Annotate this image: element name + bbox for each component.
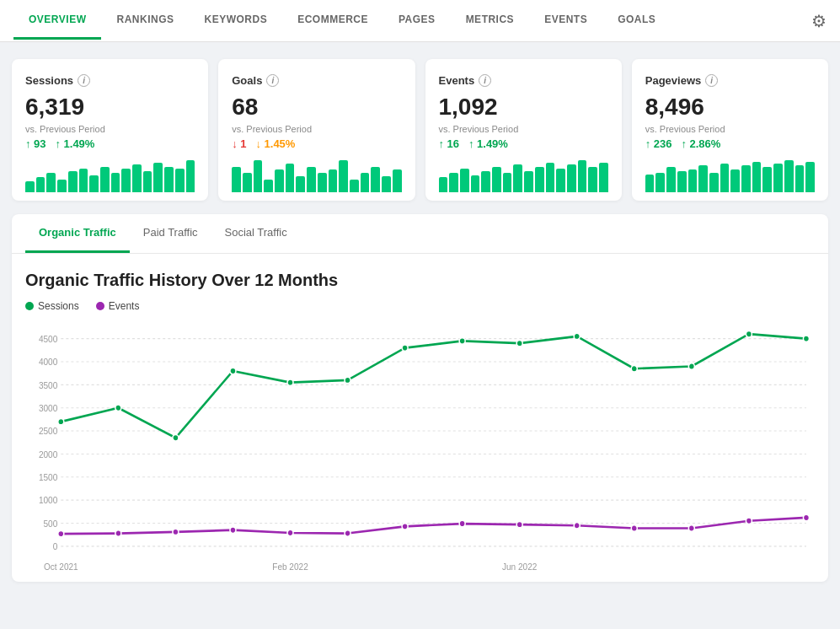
mini-bars [25, 159, 195, 192]
kpi-value: 68 [232, 94, 401, 121]
line-chart-container: 050010001500200025003000350040004500 Oct… [25, 320, 815, 573]
nav-overview[interactable]: OVERVIEW [13, 2, 101, 40]
svg-point-49 [746, 518, 752, 524]
svg-point-33 [631, 365, 637, 372]
info-icon[interactable]: i [705, 74, 718, 87]
mini-bar [286, 164, 295, 192]
mini-bar [339, 160, 348, 192]
mini-bar [25, 181, 35, 192]
mini-bar [264, 180, 273, 192]
mini-bar [254, 160, 263, 192]
change1: ↑ 93 [25, 137, 46, 150]
svg-point-28 [345, 377, 350, 384]
mini-bar [186, 160, 195, 192]
main-nav: OVERVIEW RANKINGS KEYWORDS ECOMMERCE PAG… [0, 0, 840, 42]
svg-point-42 [345, 530, 350, 537]
mini-bar [805, 162, 815, 192]
kpi-period: vs. Previous Period [439, 124, 608, 134]
kpi-changes: ↑ 236 ↑ 2.86% [645, 137, 815, 150]
mini-bar [762, 167, 772, 192]
legend-item-sessions: Sessions [25, 300, 79, 312]
change2: ↑ 2.86% [681, 137, 720, 150]
traffic-section: Organic TrafficPaid TrafficSocial Traffi… [12, 214, 828, 582]
chart-legend: Sessions Events [25, 300, 815, 312]
mini-bar [677, 171, 687, 192]
mini-bar [164, 167, 174, 192]
mini-bars [232, 159, 401, 192]
mini-bar [524, 171, 533, 192]
kpi-value: 6,319 [25, 94, 195, 121]
change2: ↑ 1.49% [468, 137, 508, 150]
mini-bar [666, 167, 676, 192]
svg-text:4500: 4500 [39, 335, 58, 344]
kpi-changes: ↓ 1 ↓ 1.45% [232, 137, 401, 150]
mini-bar [535, 167, 544, 192]
nav-events[interactable]: EVENTS [529, 2, 602, 40]
svg-point-35 [746, 331, 752, 337]
svg-text:500: 500 [44, 519, 58, 529]
nav-pages[interactable]: PAGES [383, 2, 451, 40]
nav-keywords[interactable]: KEYWORDS [189, 2, 282, 40]
svg-text:2500: 2500 [39, 427, 58, 436]
traffic-tab-paid-traffic[interactable]: Paid Traffic [130, 214, 211, 253]
info-icon[interactable]: i [78, 74, 90, 87]
line-chart-svg: 050010001500200025003000350040004500 Oct… [25, 320, 815, 573]
svg-text:1000: 1000 [39, 496, 58, 505]
kpi-card-pageviews: Pageviews i 8,496 vs. Previous Period ↑ … [632, 59, 828, 201]
mini-bar [382, 176, 391, 192]
legend-dot [96, 302, 104, 310]
svg-point-39 [173, 529, 179, 535]
mini-bar [89, 175, 99, 192]
mini-bar [439, 177, 448, 192]
kpi-period: vs. Previous Period [232, 124, 401, 134]
mini-bar [709, 173, 719, 192]
svg-point-38 [115, 530, 121, 537]
svg-point-45 [516, 521, 522, 528]
kpi-cards-row: Sessions i 6,319 vs. Previous Period ↑ 9… [12, 59, 828, 201]
mini-bar [46, 173, 56, 192]
svg-text:Jun 2022: Jun 2022 [502, 562, 538, 571]
nav-metrics[interactable]: METRICS [451, 2, 530, 40]
mini-bar [371, 167, 380, 192]
kpi-changes: ↑ 93 ↑ 1.49% [25, 137, 195, 150]
traffic-tab-organic-traffic[interactable]: Organic Traffic [25, 214, 130, 253]
svg-text:3500: 3500 [39, 380, 58, 390]
mini-bar [655, 173, 665, 192]
mini-bar [121, 169, 131, 192]
mini-bar [773, 164, 783, 192]
mini-bar [481, 171, 490, 192]
svg-point-30 [459, 338, 465, 345]
kpi-value: 1,092 [439, 94, 608, 121]
x-labels: Oct 2021Feb 2022Jun 2022 [44, 562, 538, 571]
mini-bar [350, 180, 359, 192]
nav-rankings[interactable]: RANKINGS [101, 2, 189, 40]
mini-bar [36, 177, 45, 192]
svg-point-25 [173, 435, 179, 442]
info-icon[interactable]: i [479, 74, 491, 87]
nav-ecommerce[interactable]: ECOMMERCE [282, 2, 383, 40]
mini-bar [513, 164, 522, 192]
nav-goals[interactable]: GOALS [602, 2, 671, 40]
kpi-period: vs. Previous Period [25, 124, 195, 134]
kpi-changes: ↑ 16 ↑ 1.49% [439, 137, 608, 150]
sessions-dots [58, 331, 810, 441]
mini-bar [546, 163, 555, 192]
kpi-title: Goals i [232, 74, 401, 87]
svg-point-47 [631, 525, 637, 532]
settings-icon[interactable]: ⚙ [811, 11, 827, 31]
legend-label: Events [109, 300, 140, 312]
svg-point-40 [230, 527, 236, 534]
mini-bar [784, 160, 794, 192]
mini-bar [329, 169, 338, 192]
traffic-tab-social-traffic[interactable]: Social Traffic [211, 214, 301, 253]
svg-point-46 [574, 522, 580, 529]
kpi-title: Sessions i [25, 74, 195, 87]
mini-bar [318, 173, 327, 192]
svg-point-41 [287, 530, 293, 536]
mini-bar [752, 162, 762, 192]
info-icon[interactable]: i [266, 74, 279, 87]
legend-dot [25, 302, 34, 310]
mini-bars [645, 159, 815, 192]
mini-bar [153, 163, 163, 192]
mini-bar [720, 164, 730, 192]
